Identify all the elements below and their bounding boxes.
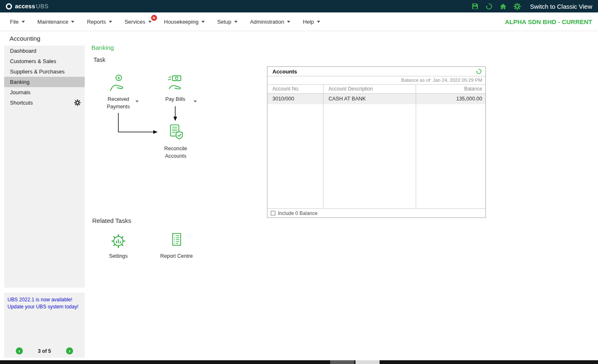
task-label: Settings <box>99 252 137 260</box>
sidebar-item-label: Banking <box>10 79 29 85</box>
menu-label: Help <box>303 19 314 25</box>
top-bar: access UBS <box>0 0 598 12</box>
menu-label: Administration <box>250 19 284 25</box>
sidebar: Dashboard Customers & Sales Suppliers & … <box>4 46 85 288</box>
shortcuts-gear-icon[interactable] <box>74 99 81 110</box>
column-header-balance: Balance <box>416 85 485 93</box>
pager-label: 3 of 5 <box>38 348 51 354</box>
menu-label: Maintenance <box>37 19 68 25</box>
task-pay-bills[interactable]: Pay Bills <box>156 74 194 103</box>
sidebar-item-label: Dashboard <box>10 48 37 54</box>
table-row[interactable]: 3010/000 CASH AT BANK 135,000.00 <box>267 94 485 104</box>
sidebar-item-label: Customers & Sales <box>10 58 56 64</box>
task-received-payments[interactable]: $ Received Payments <box>99 74 137 110</box>
menu-item-housekeeping[interactable]: Housekeeping <box>164 19 205 25</box>
chevron-down-icon <box>22 21 25 23</box>
brand-ubs: UBS <box>36 3 49 10</box>
sidebar-item-suppliers-purchases[interactable]: Suppliers & Purchases <box>4 66 85 77</box>
cell-balance: 135,000.00 <box>416 94 485 104</box>
related-report-centre[interactable]: Report Centre <box>156 232 197 260</box>
accounts-column-headers: Account No. Account Description Balance <box>267 84 485 94</box>
refresh-icon[interactable] <box>485 2 493 10</box>
notification-badge: N <box>151 15 157 21</box>
home-icon[interactable] <box>499 2 507 10</box>
chevron-down-icon <box>71 21 74 23</box>
cell-account-description: CASH AT BANK <box>324 94 416 104</box>
chevron-down-icon <box>109 21 112 23</box>
accounts-footer: Include 0 Balance <box>267 208 485 217</box>
include-zero-balance-label: Include 0 Balance <box>278 210 317 216</box>
chevron-down-icon <box>148 21 152 23</box>
column-header-account-description: Account Description <box>324 85 416 93</box>
chevron-down-icon <box>317 21 320 23</box>
related-settings[interactable]: Settings <box>99 232 137 260</box>
pay-bills-dropdown-icon[interactable] <box>194 100 197 103</box>
column-header-account-no: Account No. <box>267 85 324 93</box>
report-centre-icon <box>167 232 186 252</box>
task-label: Received Payments <box>99 95 137 110</box>
reconcile-accounts-icon <box>166 123 185 144</box>
save-icon[interactable] <box>471 2 479 10</box>
sidebar-item-customers-sales[interactable]: Customers & Sales <box>4 56 85 66</box>
menu-label: Setup <box>217 19 231 25</box>
menu-item-reports[interactable]: Reports <box>87 19 112 25</box>
svg-text:$: $ <box>118 76 120 80</box>
menu-item-setup[interactable]: Setup <box>217 19 238 25</box>
pager-next-button[interactable]: › <box>66 347 73 354</box>
accounts-header: Accounts <box>267 67 485 76</box>
notice-pager: ‹ 3 of 5 › <box>4 347 85 354</box>
include-zero-balance-checkbox[interactable] <box>271 211 275 215</box>
related-tasks-label: Related Tasks <box>92 217 131 224</box>
balance-as-of: Balance as of: Jan 24, 2022 05:29 PM <box>267 76 485 84</box>
gear-icon[interactable] <box>513 2 521 10</box>
task-section-label: Task <box>93 56 105 63</box>
sidebar-item-dashboard[interactable]: Dashboard <box>4 46 85 56</box>
cell-account-no: 3010/000 <box>267 94 324 104</box>
menu-label: Housekeeping <box>164 19 199 25</box>
menu-item-administration[interactable]: Administration <box>250 19 290 25</box>
chevron-down-icon <box>234 21 238 23</box>
taskbar-strip <box>0 360 598 364</box>
accounts-refresh-icon[interactable] <box>475 68 482 76</box>
task-reconcile-accounts[interactable]: Reconcile Accounts <box>157 123 195 160</box>
chevron-down-icon <box>287 21 290 23</box>
menu-bar: File Maintenance Reports Services N Hous… <box>0 12 598 31</box>
notice-line-2: Update your UBS system today! <box>7 303 81 310</box>
sidebar-item-label: Suppliers & Purchases <box>10 68 65 75</box>
pager-prev-button[interactable]: ‹ <box>16 347 23 354</box>
accounts-table-body <box>267 104 485 208</box>
switch-classic-view-button[interactable]: Switch to Classic View <box>530 3 592 10</box>
task-label: Reconcile Accounts <box>157 145 195 160</box>
sidebar-item-label: Journals <box>10 89 30 95</box>
menu-item-services[interactable]: Services N <box>125 19 152 25</box>
received-payments-dropdown-icon[interactable] <box>135 100 139 103</box>
module-title: Accounting <box>10 35 40 42</box>
taskbar-segment[interactable] <box>330 360 354 364</box>
menu-label: Reports <box>87 19 106 25</box>
column-divider <box>323 104 324 208</box>
sidebar-item-journals[interactable]: Journals <box>4 87 85 98</box>
task-label: Report Centre <box>156 252 197 260</box>
access-logo-icon <box>6 3 12 10</box>
task-label: Pay Bills <box>156 95 194 103</box>
update-notice-link[interactable]: UBS 2022.1 is now available! Update your… <box>4 293 85 310</box>
menu-item-file[interactable]: File <box>10 19 25 25</box>
sidebar-item-label: Shortcuts <box>10 100 33 106</box>
column-divider <box>416 104 416 208</box>
menu-item-help[interactable]: Help <box>303 19 320 25</box>
settings-icon <box>109 232 127 252</box>
taskbar-segment[interactable] <box>355 360 380 364</box>
menu-label: Services <box>125 19 145 25</box>
page-title: Banking <box>91 44 114 51</box>
received-payments-icon: $ <box>109 74 128 95</box>
sidebar-item-banking[interactable]: Banking <box>4 77 85 87</box>
menu-item-maintenance[interactable]: Maintenance <box>37 19 74 25</box>
pay-bills-icon <box>166 74 185 95</box>
brand-access: access <box>15 3 35 10</box>
company-name: ALPHA SDN BHD - CURRENT <box>505 18 592 25</box>
accounts-panel: Accounts Balance as of: Jan 24, 2022 05:… <box>267 66 486 218</box>
sidebar-item-shortcuts[interactable]: Shortcuts <box>4 98 85 108</box>
update-notice-panel: UBS 2022.1 is now available! Update your… <box>4 293 85 358</box>
menu-label: File <box>10 19 19 25</box>
chevron-down-icon <box>201 21 205 23</box>
